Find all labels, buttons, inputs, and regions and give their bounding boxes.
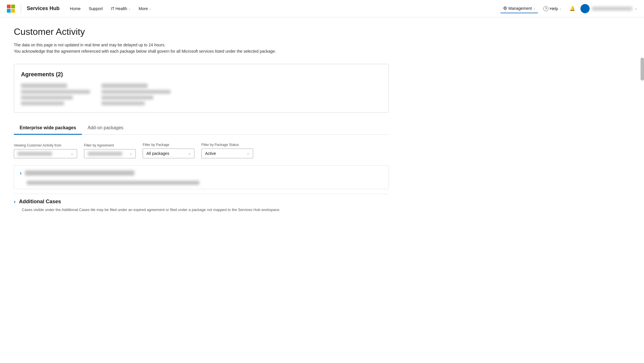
filters-row: Viewing Customer Activity from ⌄ Filter … xyxy=(14,143,389,158)
agreement-2-sub2 xyxy=(102,96,153,100)
filter-viewing-from: Viewing Customer Activity from ⌄ xyxy=(14,143,77,158)
nav-support[interactable]: Support xyxy=(85,4,106,13)
svg-rect-2 xyxy=(7,9,11,13)
scrollbar[interactable] xyxy=(641,58,644,81)
site-name: Services Hub xyxy=(27,5,60,12)
agreement-1-sub1 xyxy=(21,90,90,94)
main-content: Customer Activity The data on this page … xyxy=(0,17,403,226)
filter-package-status-chevron-icon: ⌄ xyxy=(247,151,249,155)
additional-cases-title: Additional Cases xyxy=(19,199,61,205)
bell-icon: 🔔 xyxy=(570,6,575,11)
viewing-from-select[interactable]: ⌄ xyxy=(14,149,77,158)
agreement-1-title xyxy=(21,83,67,88)
filter-package-status-value: Active xyxy=(205,151,244,156)
brand: Services Hub xyxy=(7,4,60,13)
navbar: Services Hub Home Support IT Health ⌄ Mo… xyxy=(0,0,644,17)
additional-cases-expand-icon: › xyxy=(14,199,16,205)
gear-icon: ⚙ xyxy=(503,5,507,11)
notifications-button[interactable]: 🔔 xyxy=(567,4,578,13)
filter-agreement-select[interactable]: ⌄ xyxy=(84,149,136,158)
filter-package-status-select[interactable]: Active ⌄ xyxy=(201,149,253,158)
navbar-right: ⚙ Management ⌄ ? Help ⌄ 🔔 ⌄ xyxy=(500,4,637,13)
management-chevron-icon: ⌄ xyxy=(533,7,535,10)
packages-list: › xyxy=(14,165,389,189)
package-meta-1 xyxy=(14,181,389,189)
avatar[interactable] xyxy=(580,4,590,13)
filter-package-select[interactable]: All packages ⌄ xyxy=(143,149,194,158)
package-meta-text-1 xyxy=(27,181,199,185)
agreement-2-sub3 xyxy=(102,101,145,105)
it-health-chevron-icon: ⌄ xyxy=(128,7,131,10)
additional-cases-description: Cases visible under the Additional Cases… xyxy=(14,207,389,213)
page-description: The data on this page is not updated in … xyxy=(14,42,389,55)
filter-agreement-value xyxy=(88,152,122,156)
package-name-1 xyxy=(25,170,134,176)
filter-agreement: Filter by Agreement ⌄ xyxy=(84,143,136,158)
agreements-grid xyxy=(21,83,382,105)
filter-package-status-label: Filter by Package Status xyxy=(201,143,253,147)
filter-package-chevron-icon: ⌄ xyxy=(188,151,191,155)
microsoft-logo xyxy=(7,5,15,13)
svg-rect-1 xyxy=(11,5,15,8)
user-name xyxy=(592,7,632,11)
viewing-from-chevron-icon: ⌄ xyxy=(71,152,73,155)
nav-links: Home Support IT Health ⌄ More ⌄ xyxy=(66,4,496,13)
agreement-item-2 xyxy=(102,83,171,105)
viewing-from-value xyxy=(18,152,52,156)
nav-divider xyxy=(21,4,21,13)
filter-agreement-label: Filter by Agreement xyxy=(84,143,136,147)
page-title: Customer Activity xyxy=(14,26,389,37)
agreement-1-sub2 xyxy=(21,96,73,100)
help-chevron-icon: ⌄ xyxy=(559,7,561,10)
additional-cases-header[interactable]: › Additional Cases xyxy=(14,199,389,205)
filter-agreement-chevron-icon: ⌄ xyxy=(129,152,132,155)
filter-package: Filter by Package All packages ⌄ xyxy=(143,143,194,158)
agreement-1-sub3 xyxy=(21,101,64,105)
agreements-title: Agreements (2) xyxy=(21,71,382,78)
agreement-item-1 xyxy=(21,83,90,105)
help-circle-icon: ? xyxy=(543,6,549,11)
tabs-container: Enterprise wide packages Add-on packages xyxy=(14,122,389,135)
package-header-1[interactable]: › xyxy=(14,166,389,181)
agreement-2-title xyxy=(102,83,148,88)
management-button[interactable]: ⚙ Management ⌄ xyxy=(500,4,538,13)
agreements-card: Agreements (2) xyxy=(14,64,389,113)
additional-cases-section: › Additional Cases Cases visible under t… xyxy=(14,194,389,217)
filter-package-label: Filter by Package xyxy=(143,143,194,147)
svg-rect-0 xyxy=(7,5,11,8)
help-button[interactable]: ? Help ⌄ xyxy=(540,4,564,13)
viewing-from-label: Viewing Customer Activity from xyxy=(14,143,77,147)
agreement-2-sub1 xyxy=(102,90,171,94)
package-item-1: › xyxy=(14,165,389,189)
tab-add-on-packages[interactable]: Add-on packages xyxy=(82,122,129,135)
svg-rect-3 xyxy=(11,9,15,13)
user-menu-chevron-icon[interactable]: ⌄ xyxy=(635,7,637,10)
nav-home[interactable]: Home xyxy=(66,4,84,13)
filter-package-status: Filter by Package Status Active ⌄ xyxy=(201,143,253,158)
more-chevron-icon: ⌄ xyxy=(149,7,151,10)
filter-package-value: All packages xyxy=(146,151,186,156)
nav-it-health[interactable]: IT Health ⌄ xyxy=(107,4,134,13)
expand-icon-1: › xyxy=(20,170,22,176)
nav-more[interactable]: More ⌄ xyxy=(135,4,155,13)
tab-enterprise-wide-packages[interactable]: Enterprise wide packages xyxy=(14,122,82,135)
